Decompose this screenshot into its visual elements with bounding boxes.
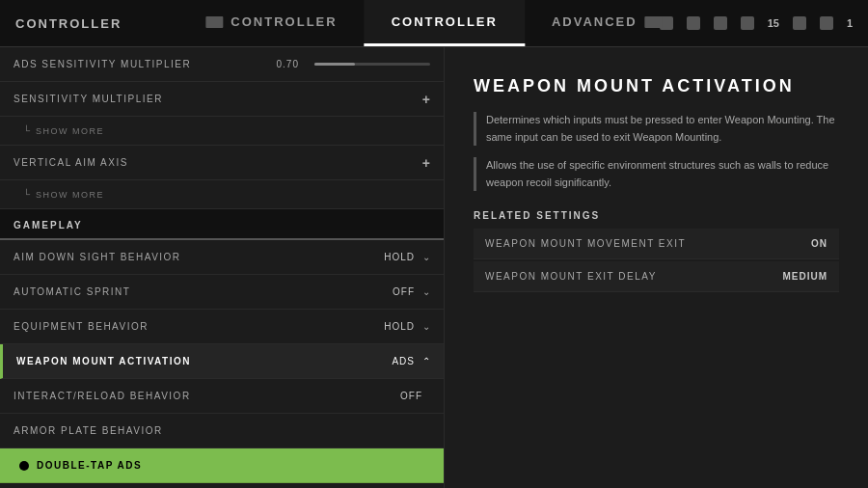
related-row-2: WEAPON MOUNT EXIT DELAY MEDIUM (474, 261, 839, 292)
ads-sensitivity-slider[interactable]: 0.70 (251, 59, 430, 69)
related-settings-header: RELATED SETTINGS (474, 210, 839, 221)
controller-tab-icon (205, 16, 223, 28)
sensitivity-plus-btn[interactable]: + (422, 92, 430, 107)
top-bar: CONTROLLER CONTROLLER CONTROLLER ADVANCE… (0, 0, 868, 47)
tab-advanced[interactable]: ADVANCED (525, 0, 690, 46)
top-bar-right: 15 1 (660, 16, 868, 30)
slider-fill (314, 63, 355, 66)
show-more-2-label: SHOW MORE (36, 190, 104, 200)
interact-reload-row[interactable]: INTERACT/RELOAD BEHAVIOR OFF (0, 379, 444, 414)
arrow-icon-1: └ (23, 125, 30, 136)
equipment-behavior-label: EQUIPMENT BEHAVIOR (14, 321, 384, 332)
show-more-1-label: SHOW MORE (36, 126, 104, 136)
ads-melee-option[interactable]: ADS + MELEE (0, 483, 444, 488)
top-tabs: CONTROLLER CONTROLLER ADVANCED (178, 0, 689, 46)
bell-icon (714, 16, 727, 30)
show-more-1[interactable]: └ SHOW MORE (0, 117, 444, 146)
right-panel: WEAPON MOUNT ACTIVATION Determines which… (444, 47, 868, 488)
vertical-aim-plus-btn[interactable]: + (422, 155, 430, 171)
related-label-1: WEAPON MOUNT MOVEMENT EXIT (474, 238, 811, 249)
equipment-behavior-row[interactable]: EQUIPMENT BEHAVIOR HOLD ⌄ (0, 310, 444, 344)
equipment-behavior-value: HOLD (384, 321, 415, 332)
armor-plate-row[interactable]: ARMOR PLATE BEHAVIOR (0, 414, 444, 448)
automatic-sprint-row[interactable]: AUTOMATIC SPRINT OFF ⌄ (0, 275, 444, 310)
person-icon (793, 16, 806, 30)
related-label-2: WEAPON MOUNT EXIT DELAY (474, 271, 782, 282)
equipment-behavior-chevron: ⌄ (422, 321, 430, 332)
sensitivity-multiplier-label: SENSITIVITY MULTIPLIER (14, 94, 422, 104)
ads-sensitivity-value: 0.70 (251, 59, 299, 69)
aim-down-sight-label: AIM DOWN SIGHT BEHAVIOR (14, 252, 384, 262)
dot-selected-icon (19, 461, 29, 471)
armor-plate-label: ARMOR PLATE BEHAVIOR (14, 425, 430, 436)
weapon-mount-activation-value: ADS (392, 356, 415, 366)
tab-controller[interactable]: CONTROLLER (178, 0, 364, 46)
vertical-aim-axis-label: VERTICAL AIM AXIS (14, 157, 422, 168)
xp-count: 15 (768, 17, 779, 29)
automatic-sprint-chevron: ⌄ (422, 286, 430, 297)
advanced-tab-icon (645, 16, 663, 28)
mic-icon (741, 16, 754, 30)
related-value-1: ON (811, 238, 839, 249)
info-desc-1: Determines which inputs must be pressed … (474, 112, 839, 146)
show-more-2[interactable]: └ SHOW MORE (0, 180, 444, 209)
arrow-icon-2: └ (23, 189, 30, 200)
gameplay-label: GAMEPLAY (14, 220, 83, 230)
player-count: 1 (847, 17, 853, 29)
info-title: WEAPON MOUNT ACTIVATION (474, 76, 839, 96)
double-tap-ads-label: DOUBLE-TAP ADS (37, 460, 430, 471)
automatic-sprint-label: AUTOMATIC SPRINT (14, 286, 393, 297)
double-tap-ads-option[interactable]: DOUBLE-TAP ADS (0, 448, 444, 483)
aim-down-sight-chevron: ⌄ (422, 252, 430, 262)
people-icon (820, 16, 833, 30)
page-title: CONTROLLER (0, 16, 137, 31)
weapon-mount-activation-row[interactable]: WEAPON MOUNT ACTIVATION ADS ⌃ (0, 344, 444, 379)
interact-reload-label: INTERACT/RELOAD BEHAVIOR (14, 391, 400, 401)
sensitivity-multiplier-row[interactable]: SENSITIVITY MULTIPLIER + (0, 82, 444, 117)
related-value-2: MEDIUM (782, 271, 839, 282)
weapon-mount-activation-label: WEAPON MOUNT ACTIVATION (16, 356, 392, 366)
weapon-mount-activation-chevron: ⌃ (422, 356, 430, 366)
related-row-1: WEAPON MOUNT MOVEMENT EXIT ON (474, 229, 839, 259)
gameplay-section-header: GAMEPLAY (0, 209, 444, 240)
vertical-aim-axis-row[interactable]: VERTICAL AIM AXIS + (0, 146, 444, 180)
aim-down-sight-row[interactable]: AIM DOWN SIGHT BEHAVIOR HOLD ⌄ (0, 240, 444, 275)
left-panel: ADS SENSITIVITY MULTIPLIER 0.70 SENSITIV… (0, 47, 444, 488)
info-desc-2: Allows the use of specific environment s… (474, 157, 839, 191)
ads-sensitivity-label: ADS SENSITIVITY MULTIPLIER (14, 59, 251, 69)
slider-track[interactable] (314, 63, 430, 66)
tab-controller-active[interactable]: CONTROLLER (365, 0, 525, 46)
aim-down-sight-value: HOLD (384, 252, 415, 262)
interact-reload-value: OFF (400, 391, 422, 401)
main-layout: ADS SENSITIVITY MULTIPLIER 0.70 SENSITIV… (0, 47, 868, 488)
ads-sensitivity-row[interactable]: ADS SENSITIVITY MULTIPLIER 0.70 (0, 47, 444, 82)
automatic-sprint-value: OFF (393, 286, 415, 297)
